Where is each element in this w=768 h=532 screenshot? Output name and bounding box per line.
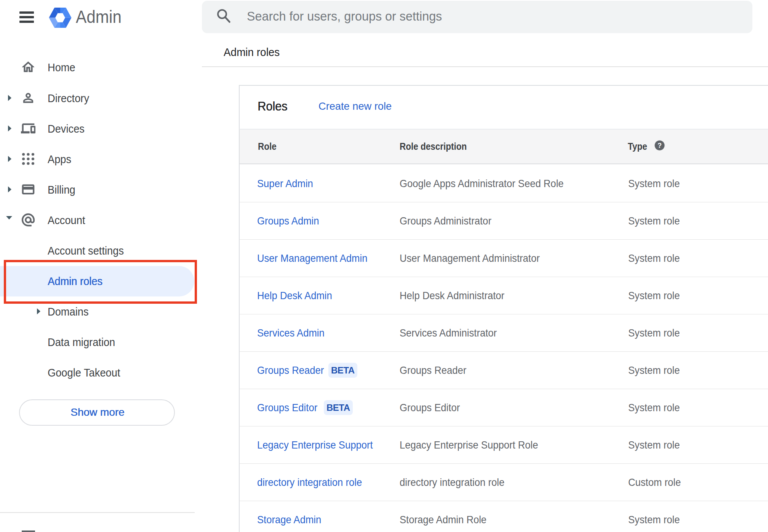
svg-text:?: ? bbox=[658, 142, 662, 149]
